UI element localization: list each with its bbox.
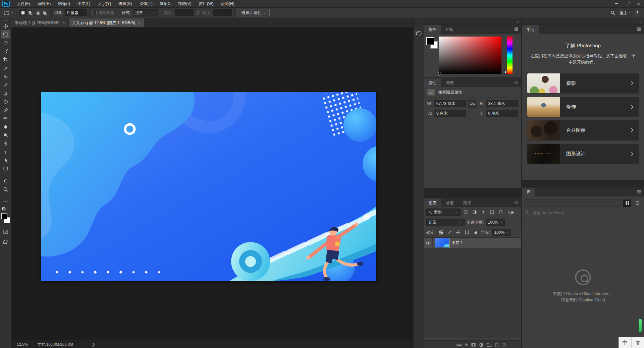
tab-learn[interactable]: 学习 [522, 25, 539, 34]
menu-layer[interactable]: 图层(L) [74, 0, 94, 7]
new-selection-button[interactable] [19, 9, 26, 16]
filter-shape-layers-icon[interactable] [489, 209, 495, 216]
close-tab-icon[interactable]: × [63, 20, 65, 25]
layer-filter-kind-select[interactable]: 类型 [426, 209, 461, 216]
menu-type[interactable]: 文字(Y) [94, 0, 115, 7]
style-select[interactable]: 正常 [133, 9, 158, 16]
collapse-column-button[interactable]: » [522, 18, 644, 25]
foreground-color-swatch[interactable] [426, 37, 434, 45]
fill-field[interactable]: 100% [492, 229, 512, 236]
menu-help[interactable]: 帮助(H) [217, 0, 238, 7]
layer-name[interactable]: 图层 1 [451, 240, 463, 246]
menu-view[interactable]: 视图(V) [174, 0, 195, 7]
quick-selection-tool[interactable] [1, 47, 10, 55]
layer-styles-icon[interactable]: fx [465, 343, 468, 347]
panel-menu-icon[interactable] [637, 27, 641, 31]
new-layer-icon[interactable] [495, 343, 499, 347]
filter-type-layers-icon[interactable] [480, 209, 487, 216]
tab-properties[interactable]: 属性 [424, 78, 441, 87]
tab-color[interactable]: 颜色 [424, 25, 441, 34]
chevron-down-icon[interactable] [10, 11, 13, 14]
screen-mode-button[interactable] [1, 238, 10, 246]
width-field[interactable]: 67.73 厘米 [434, 100, 466, 107]
antialias-checkbox[interactable] [92, 11, 97, 15]
tutorial-card-combine-images[interactable]: 合并图像 [527, 120, 639, 140]
y-field[interactable]: 0 厘米 [486, 110, 518, 117]
lock-transparent-pixels-icon[interactable] [437, 229, 444, 236]
layer-thumbnail[interactable] [435, 238, 449, 247]
height-input[interactable] [213, 9, 232, 16]
tutorial-card-retouching[interactable]: 修饰 [527, 97, 639, 117]
filter-adjustment-layers-icon[interactable] [471, 209, 478, 216]
tutorial-card-graphic-design[interactable]: FIRST DATE 图形设计 [527, 144, 639, 164]
filter-pixel-layers-icon[interactable] [463, 209, 469, 216]
quick-mask-button[interactable] [1, 227, 10, 236]
layer-filter-toggle[interactable] [507, 209, 514, 216]
brush-tool[interactable] [1, 80, 10, 89]
canvas-image[interactable] [41, 92, 376, 281]
x-field[interactable]: 0 厘米 [434, 110, 466, 117]
lock-position-icon[interactable] [455, 229, 462, 236]
pasteboard[interactable] [11, 27, 413, 340]
type-tool[interactable] [1, 148, 10, 156]
search-icon[interactable] [610, 10, 615, 15]
library-select[interactable] [525, 199, 621, 207]
layer-visibility-toggle[interactable] [424, 238, 433, 248]
link-layers-icon[interactable] [456, 343, 462, 347]
layer-row-selected[interactable]: 图层 1 [424, 238, 521, 248]
lock-image-pixels-icon[interactable] [446, 229, 453, 236]
eraser-tool[interactable] [1, 106, 10, 114]
blur-tool[interactable] [1, 122, 10, 131]
expand-panels-button[interactable]: « [414, 18, 424, 24]
hue-slider[interactable] [507, 37, 513, 74]
tab-layers[interactable]: 图层 [424, 198, 441, 207]
toolbar-grip[interactable] [0, 18, 11, 22]
eyedropper-tool[interactable] [1, 64, 10, 72]
ime-skin-button[interactable] [631, 337, 644, 348]
menu-window[interactable]: 窗口(W) [195, 0, 217, 7]
blend-mode-select[interactable]: 正常 [426, 219, 465, 226]
subtract-from-selection-button[interactable] [34, 9, 41, 16]
menu-filter[interactable]: 滤镜(T) [136, 0, 156, 7]
collapse-column-button[interactable]: » [424, 18, 521, 25]
panel-menu-icon[interactable] [514, 80, 519, 84]
pen-tool[interactable] [1, 139, 10, 148]
tab-swatches[interactable]: 色板 [441, 25, 459, 34]
edit-toolbar-button[interactable] [1, 197, 10, 205]
list-view-button[interactable] [633, 199, 641, 207]
saturation-brightness-field[interactable] [439, 37, 501, 74]
lock-artboard-icon[interactable] [464, 229, 470, 236]
add-layer-mask-icon[interactable] [471, 343, 476, 347]
zoom-tool[interactable] [1, 185, 10, 193]
intersect-selection-button[interactable] [41, 9, 49, 16]
link-dimensions-icon[interactable] [468, 100, 477, 108]
new-group-icon[interactable] [487, 343, 492, 347]
height-field[interactable]: 38.1 厘米 [486, 100, 518, 107]
crop-tool[interactable] [1, 55, 10, 64]
grid-view-button[interactable] [623, 199, 631, 207]
hand-tool[interactable] [1, 177, 10, 185]
adobe-stock-search[interactable]: 搜索 Adobe Stock [522, 207, 644, 219]
panel-menu-icon[interactable] [514, 27, 519, 31]
opacity-field[interactable]: 100% [486, 219, 505, 226]
lock-all-icon[interactable] [472, 229, 479, 236]
hue-slider-marker[interactable] [505, 71, 507, 73]
lasso-tool[interactable] [1, 39, 10, 47]
tab-adjustments[interactable]: 调整 [441, 78, 459, 87]
filter-smart-objects-icon[interactable] [497, 209, 504, 216]
move-tool[interactable] [1, 22, 10, 30]
share-icon[interactable] [635, 10, 640, 15]
history-panel-icon[interactable] [414, 28, 424, 38]
feather-input[interactable]: 0 像素 [65, 9, 87, 16]
tab-paths[interactable]: 路径 [459, 198, 476, 207]
add-to-selection-button[interactable] [26, 9, 34, 16]
gradient-tool[interactable] [1, 114, 10, 122]
foreground-background-swatch[interactable] [1, 213, 10, 223]
ime-mode-button[interactable]: 中 [619, 337, 631, 348]
panel-menu-icon[interactable] [514, 200, 519, 204]
delete-layer-icon[interactable] [502, 343, 506, 347]
menu-3d[interactable]: 3D(D) [156, 0, 174, 7]
clone-stamp-tool[interactable] [1, 89, 10, 97]
width-input[interactable] [175, 9, 194, 16]
history-brush-tool[interactable] [1, 97, 10, 106]
